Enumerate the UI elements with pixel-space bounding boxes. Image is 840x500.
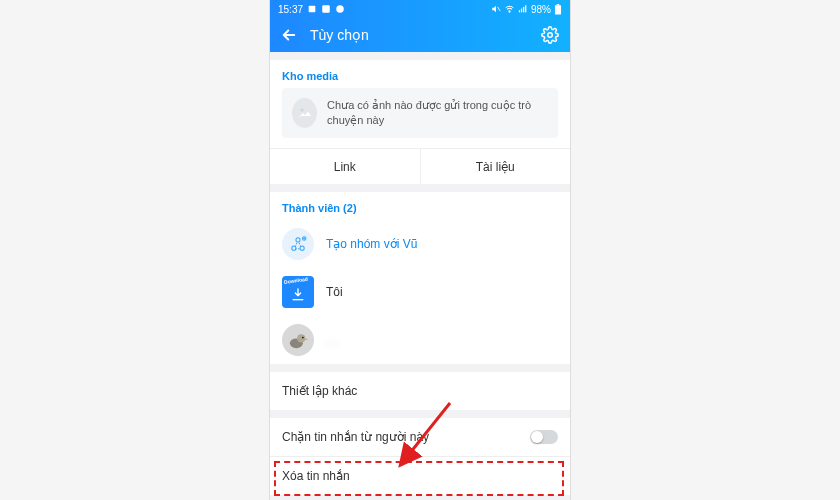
svg-rect-0 bbox=[309, 6, 316, 13]
tab-link[interactable]: Link bbox=[270, 149, 420, 184]
app-icon bbox=[321, 4, 331, 14]
avatar-me: Download bbox=[282, 276, 314, 308]
signal-icon bbox=[518, 4, 528, 14]
svg-rect-6 bbox=[521, 9, 522, 13]
create-group-row[interactable]: Tạo nhóm với Vũ bbox=[270, 220, 570, 268]
settings-button[interactable] bbox=[540, 25, 560, 45]
svg-point-16 bbox=[296, 238, 300, 242]
member-label-me: Tôi bbox=[326, 285, 343, 299]
svg-point-4 bbox=[509, 11, 510, 12]
create-group-label: Tạo nhóm với Vũ bbox=[326, 237, 417, 251]
media-empty-text: Chưa có ảnh nào được gửi trong cuộc trò … bbox=[327, 98, 548, 128]
members-header: Thành viên (2) bbox=[270, 192, 570, 220]
block-row[interactable]: Chặn tin nhắn từ người này bbox=[270, 418, 570, 456]
svg-point-2 bbox=[336, 5, 344, 13]
status-right: 98% bbox=[491, 4, 562, 15]
svg-rect-5 bbox=[519, 10, 520, 12]
status-bar: 15:37 98% bbox=[270, 0, 570, 18]
delete-label: Xóa tin nhắn bbox=[282, 469, 350, 483]
create-group-icon bbox=[282, 228, 314, 260]
svg-rect-9 bbox=[555, 5, 561, 14]
phone-frame: 15:37 98% bbox=[270, 0, 570, 500]
svg-point-11 bbox=[548, 33, 553, 38]
member-label-other: … bbox=[326, 333, 338, 347]
member-row-me[interactable]: Download Tôi bbox=[270, 268, 570, 316]
block-label: Chặn tin nhắn từ người này bbox=[282, 430, 429, 444]
tab-docs[interactable]: Tài liệu bbox=[420, 149, 571, 184]
svg-line-3 bbox=[498, 7, 501, 11]
svg-rect-1 bbox=[322, 5, 330, 13]
avatar-other bbox=[282, 324, 314, 356]
screenshot-icon bbox=[307, 4, 317, 14]
photo-icon bbox=[292, 98, 317, 128]
svg-rect-8 bbox=[525, 5, 526, 12]
block-toggle[interactable] bbox=[530, 430, 558, 444]
other-settings-header: Thiết lập khác bbox=[270, 372, 570, 410]
status-time: 15:37 bbox=[278, 4, 303, 15]
media-empty-card: Chưa có ảnh nào được gửi trong cuộc trò … bbox=[282, 88, 558, 138]
media-section: Kho media Chưa có ảnh nào được gửi trong… bbox=[270, 60, 570, 184]
back-button[interactable] bbox=[280, 26, 298, 44]
svg-rect-7 bbox=[523, 7, 524, 12]
battery-text: 98% bbox=[531, 4, 551, 15]
svg-point-19 bbox=[297, 334, 305, 342]
wifi-icon bbox=[504, 4, 515, 14]
page-title: Tùy chọn bbox=[310, 27, 528, 43]
battery-icon bbox=[554, 4, 562, 15]
delete-row[interactable]: Xóa tin nhắn bbox=[270, 456, 570, 495]
messenger-icon bbox=[335, 4, 345, 14]
svg-rect-10 bbox=[557, 4, 559, 5]
members-section: Thành viên (2) Tạo nhóm với Vũ Download … bbox=[270, 192, 570, 364]
media-tabs: Link Tài liệu bbox=[270, 148, 570, 184]
mute-icon bbox=[491, 4, 501, 14]
member-row-other[interactable]: … bbox=[270, 316, 570, 364]
media-header: Kho media bbox=[270, 60, 570, 88]
app-bar: Tùy chọn bbox=[270, 18, 570, 52]
svg-point-20 bbox=[302, 337, 304, 339]
status-left: 15:37 bbox=[278, 4, 345, 15]
content: Kho media Chưa có ảnh nào được gửi trong… bbox=[270, 60, 570, 495]
